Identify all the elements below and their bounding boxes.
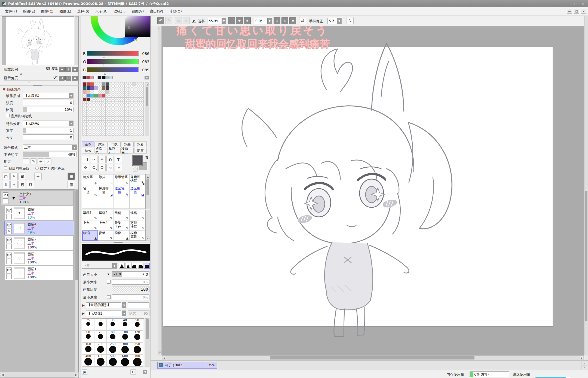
blend-mode-select[interactable]: 正常▼ (23, 145, 77, 150)
brush-item[interactable]: 炭笔✎ (98, 231, 114, 241)
angle-reset-button[interactable]: ■ (289, 17, 296, 24)
palette-cell[interactable] (98, 128, 102, 132)
palette-cell[interactable] (124, 101, 128, 105)
palette-cell[interactable] (136, 82, 140, 86)
color-swatch[interactable] (109, 76, 113, 79)
zoom-slider-handle[interactable]: △ (20, 72, 22, 75)
palette-cell[interactable] (86, 101, 90, 105)
brush-tab[interactable]: 动植毛... (95, 148, 108, 153)
menu-item[interactable]: 窗口(W) (147, 8, 166, 15)
palette-cell[interactable] (113, 90, 117, 94)
palette-cell[interactable] (109, 120, 113, 124)
shape-tool[interactable]: ◐ (106, 156, 114, 163)
palette-cell[interactable] (109, 132, 113, 136)
palette-cell[interactable] (128, 132, 132, 136)
palette-cell[interactable] (121, 128, 125, 132)
palette-cell[interactable] (94, 132, 98, 136)
brush-size-cell[interactable]: 450 (94, 355, 107, 367)
palette-cell[interactable] (140, 132, 144, 136)
brush-size-cell[interactable]: 35 (107, 319, 119, 331)
palette-cell[interactable] (86, 120, 90, 124)
layer-visibility-toggle[interactable] (6, 238, 12, 243)
brush-item[interactable] (130, 197, 145, 209)
brush-size-cell[interactable]: 200 (94, 343, 107, 355)
tip-shape-sharp[interactable] (119, 263, 125, 269)
brush-item[interactable]: 线稿✎ (114, 210, 130, 220)
palette-cell[interactable] (82, 128, 87, 132)
brush-item[interactable]: 特效笔✵ (82, 174, 98, 186)
scroll-up-icon[interactable]: ▲ (146, 83, 149, 86)
menu-item[interactable]: 视图(V) (128, 8, 147, 15)
palette-cell[interactable] (117, 113, 121, 117)
tip-shape-round[interactable] (125, 263, 131, 269)
palette-cell[interactable] (136, 94, 140, 98)
palette-cell[interactable] (113, 82, 117, 86)
palette-cell[interactable] (86, 109, 90, 113)
palette-cell[interactable] (140, 82, 144, 86)
scrollbar-thumb[interactable] (270, 356, 474, 359)
palette-cell[interactable] (124, 116, 128, 121)
palette-cell[interactable] (86, 116, 90, 121)
scrollbar-thumb[interactable] (146, 87, 148, 106)
color-wheel-area[interactable] (81, 16, 151, 50)
palette-cell[interactable] (117, 132, 121, 136)
chevron-down-icon[interactable]: ▼ (122, 302, 126, 308)
layer-visibility-toggle[interactable] (6, 223, 12, 228)
palette-cell[interactable] (109, 116, 113, 121)
palette-cell[interactable] (90, 120, 94, 124)
scrollbar-thumb[interactable] (75, 190, 78, 280)
palette-cell[interactable] (90, 101, 94, 105)
palette-cell[interactable] (128, 109, 132, 113)
layer-opacity-slider[interactable]: 49% (23, 152, 77, 157)
palette-cell[interactable] (90, 124, 94, 128)
flip-horizontal-button[interactable]: ⇄ (299, 17, 306, 24)
brush-size-cell[interactable]: 80 (107, 331, 119, 343)
palette-cell[interactable] (82, 86, 87, 90)
navigator-scrollbar[interactable] (75, 16, 78, 65)
special-effects-section[interactable]: ▼ 特殊效果 (3, 87, 21, 92)
palette-cell[interactable] (98, 90, 102, 94)
palette-cell[interactable] (117, 94, 121, 98)
menu-item[interactable]: 选择(S) (74, 8, 92, 15)
scroll-right-icon[interactable]: ▶ (580, 356, 584, 360)
palette-cell[interactable] (128, 113, 132, 117)
chevron-down-icon[interactable]: ▼ (72, 145, 76, 150)
palette-cell[interactable] (113, 105, 117, 109)
palette-cell[interactable] (124, 94, 128, 98)
chevron-down-icon[interactable]: ▼ (122, 311, 126, 316)
palette-cell[interactable] (132, 128, 136, 132)
palette-cell[interactable] (128, 82, 132, 86)
scrollbar-thumb[interactable] (585, 191, 587, 321)
palette-cell[interactable] (113, 124, 117, 128)
palette-cell[interactable] (86, 124, 90, 128)
brush-size-cell[interactable]: 300 (119, 343, 131, 355)
palette-cell[interactable] (109, 128, 113, 132)
palette-cell[interactable] (109, 109, 113, 113)
palette-cell[interactable] (94, 124, 98, 128)
palette-cell[interactable] (105, 90, 109, 94)
layer-visibility-toggle[interactable] (3, 192, 8, 198)
zoom-slider[interactable] (4, 72, 58, 72)
palette-cell[interactable] (128, 101, 132, 105)
palette-cell[interactable] (121, 120, 125, 124)
palette-cell[interactable] (98, 124, 102, 128)
palette-cell[interactable] (105, 109, 109, 113)
brush-item[interactable]: 像素画 钢笔▚ (130, 174, 145, 186)
brush-item[interactable]: 球形钢笔✎ (114, 174, 130, 186)
palette-cell[interactable] (109, 82, 113, 86)
selection-sample-radio[interactable] (35, 167, 39, 170)
palette-cell[interactable] (128, 116, 132, 121)
palette-cell[interactable] (105, 120, 109, 124)
palette-cell[interactable] (102, 101, 106, 105)
palette-cell[interactable] (90, 94, 94, 98)
palette-cell[interactable] (132, 105, 136, 109)
palette-cell[interactable] (102, 132, 106, 136)
palette-cell[interactable] (86, 132, 90, 136)
palette-cell[interactable] (132, 97, 136, 102)
brush-item[interactable]: 笔 二值✎ (82, 186, 98, 197)
brush-size-cell[interactable]: 50 (131, 319, 143, 331)
lock-transparency-button[interactable] (23, 158, 29, 164)
swatch-menu-button[interactable]: ▼ (145, 76, 149, 79)
palette-cell[interactable] (113, 109, 117, 113)
apply-to-pen-checkbox[interactable] (6, 114, 10, 117)
